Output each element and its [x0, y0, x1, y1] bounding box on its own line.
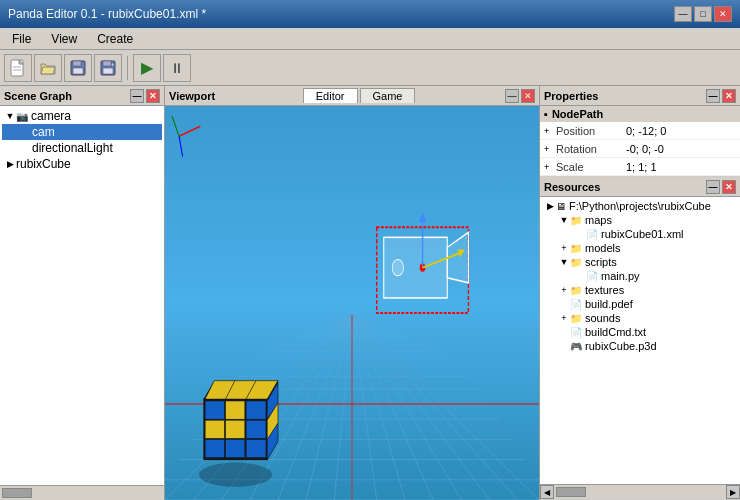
scene-hscroll-thumb[interactable]	[2, 488, 32, 498]
resources-close[interactable]: ✕	[722, 180, 736, 194]
tab-game[interactable]: Game	[360, 88, 416, 103]
toolbar: + ▶ ⏸	[0, 50, 740, 86]
svg-text:+: +	[111, 61, 115, 67]
camera-icon: 📷	[16, 111, 28, 122]
properties-minimize[interactable]: —	[706, 89, 720, 103]
folder-models-icon: 📁	[570, 243, 582, 254]
folder-sounds-icon: 📁	[570, 313, 582, 324]
svg-rect-54	[226, 401, 245, 419]
scripts-expand[interactable]: ▼	[558, 256, 570, 268]
play-button[interactable]: ▶	[133, 54, 161, 82]
res-buildcmd[interactable]: 📄 buildCmd.txt	[542, 325, 738, 339]
res-root[interactable]: ▶ 🖥 F:\Python\projects\rubixCube	[542, 199, 738, 213]
expand-cam[interactable]	[20, 126, 32, 138]
close-button[interactable]: ✕	[714, 6, 732, 22]
menu-view[interactable]: View	[43, 30, 85, 48]
tree-item-cam[interactable]: cam	[2, 124, 162, 140]
scale-value[interactable]: 1; 1; 1	[626, 161, 736, 173]
camera-label: camera	[31, 109, 71, 123]
menu-file[interactable]: File	[4, 30, 39, 48]
position-label: Position	[556, 125, 626, 137]
svg-point-73	[392, 260, 403, 276]
tree-item-directional-light[interactable]: directionalLight	[2, 140, 162, 156]
minimize-button[interactable]: —	[674, 6, 692, 22]
res-maps[interactable]: ▼ 📁 maps	[542, 213, 738, 227]
expand-dl[interactable]	[20, 142, 32, 154]
nodepath-title: NodePath	[552, 108, 603, 120]
open-button[interactable]	[34, 54, 62, 82]
drive-icon: 🖥	[556, 201, 566, 212]
tree-item-camera[interactable]: ▼ 📷 camera	[2, 108, 162, 124]
rotation-value[interactable]: -0; 0; -0	[626, 143, 736, 155]
xml-label: rubixCube01.xml	[601, 228, 684, 240]
tree-item-rubix-cube[interactable]: ▶ rubixCube	[2, 156, 162, 172]
window-controls[interactable]: — □ ✕	[674, 6, 732, 22]
scene-hscroll[interactable]	[0, 487, 164, 499]
svg-rect-56	[205, 420, 224, 438]
scale-expand[interactable]: +	[544, 162, 556, 172]
svg-rect-55	[246, 401, 266, 419]
res-models[interactable]: + 📁 models	[542, 241, 738, 255]
res-sounds[interactable]: + 📁 sounds	[542, 311, 738, 325]
position-expand[interactable]: +	[544, 126, 556, 136]
scroll-left[interactable]: ◀	[540, 485, 554, 499]
mainpy-expand	[574, 270, 586, 282]
p3d-expand	[558, 340, 570, 352]
nodepath-expand[interactable]: ▪	[544, 108, 548, 120]
tab-editor[interactable]: Editor	[303, 88, 358, 103]
folder-textures-icon: 📁	[570, 285, 582, 296]
properties-panel: Properties — ✕ ▪ NodePath + Position 0; …	[540, 86, 740, 500]
pdef-label: build.pdef	[585, 298, 633, 310]
res-hscroll-thumb[interactable]	[556, 487, 586, 497]
properties-close[interactable]: ✕	[722, 89, 736, 103]
new-button[interactable]	[4, 54, 32, 82]
scene-graph-minimize[interactable]: —	[130, 89, 144, 103]
viewport-minimize[interactable]: —	[505, 89, 519, 103]
expand-camera[interactable]: ▼	[4, 110, 16, 122]
save-as-button[interactable]: +	[94, 54, 122, 82]
viewport-tabs-bar: Editor Game	[303, 88, 418, 103]
maps-expand[interactable]: ▼	[558, 214, 570, 226]
maps-label: maps	[585, 214, 612, 226]
resources-header: Resources — ✕	[540, 177, 740, 197]
resources-scrollbar[interactable]: ◀ ▶	[540, 484, 740, 499]
position-value[interactable]: 0; -12; 0	[626, 125, 736, 137]
expand-rubix[interactable]: ▶	[4, 158, 16, 170]
menu-bar: File View Create	[0, 28, 740, 50]
res-rubixcubep3d[interactable]: 🎮 rubixCube.p3d	[542, 339, 738, 353]
textures-label: textures	[585, 284, 624, 296]
res-buildpdef[interactable]: 📄 build.pdef	[542, 297, 738, 311]
res-rubixcube01xml[interactable]: 📄 rubixCube01.xml	[542, 227, 738, 241]
textures-expand[interactable]: +	[558, 284, 570, 296]
resources-minimize[interactable]: —	[706, 180, 720, 194]
save-button[interactable]	[64, 54, 92, 82]
nodepath-header: ▪ NodePath	[540, 106, 740, 122]
res-hscroll[interactable]	[554, 486, 726, 498]
scene-graph-close[interactable]: ✕	[146, 89, 160, 103]
p3d-label: rubixCube.p3d	[585, 340, 657, 352]
sounds-expand[interactable]: +	[558, 312, 570, 324]
svg-rect-8	[103, 68, 113, 74]
svg-rect-60	[226, 439, 245, 457]
resources-tree: ▶ 🖥 F:\Python\projects\rubixCube ▼ 📁 map…	[540, 197, 740, 484]
res-mainpy[interactable]: 📄 main.py	[542, 269, 738, 283]
res-textures[interactable]: + 📁 textures	[542, 283, 738, 297]
resources-section: Resources — ✕ ▶ 🖥 F:\Python\projects\rub…	[540, 177, 740, 500]
cam-label: cam	[32, 125, 55, 139]
menu-create[interactable]: Create	[89, 30, 141, 48]
scene-scrollbar[interactable]	[0, 485, 164, 500]
rotation-expand[interactable]: +	[544, 144, 556, 154]
viewport-close[interactable]: ✕	[521, 89, 535, 103]
svg-rect-59	[205, 439, 224, 457]
rotation-label: Rotation	[556, 143, 626, 155]
maximize-button[interactable]: □	[694, 6, 712, 22]
txt-file-icon: 📄	[570, 327, 582, 338]
viewport-panel: Viewport Editor Game — ✕	[165, 86, 540, 500]
models-expand[interactable]: +	[558, 242, 570, 254]
scroll-right[interactable]: ▶	[726, 485, 740, 499]
res-root-expand[interactable]: ▶	[544, 200, 556, 212]
viewport-canvas[interactable]	[165, 106, 539, 500]
pause-button[interactable]: ⏸	[163, 54, 191, 82]
scene-graph-header: Scene Graph — ✕	[0, 86, 164, 106]
res-scripts[interactable]: ▼ 📁 scripts	[542, 255, 738, 269]
